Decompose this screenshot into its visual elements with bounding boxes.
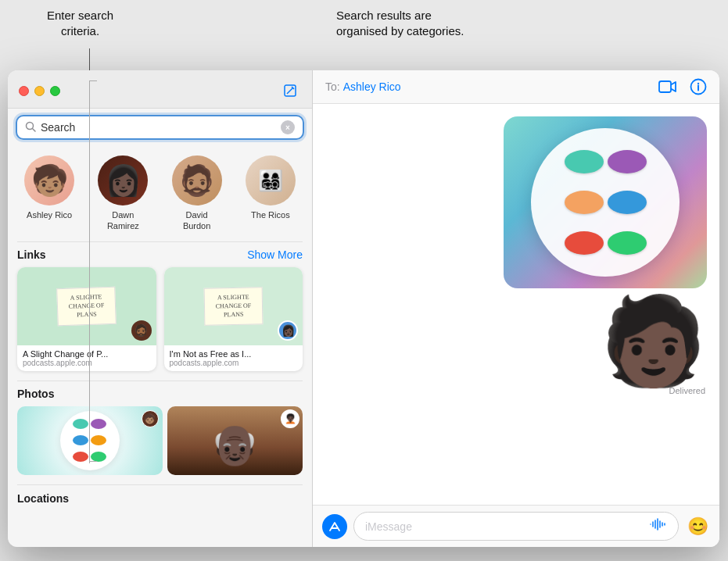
link-2-title: I'm Not as Free as I... (170, 349, 298, 359)
title-bar (8, 70, 312, 109)
app-window: × 🧒🏽 Ashley Rico 👩🏿 DawnRamirez 🧔🏽 (8, 70, 719, 547)
maximize-button[interactable] (50, 86, 60, 96)
link-card-1-info: A Slight Change of P... podcasts.apple.c… (17, 345, 156, 371)
link-card-2-info: I'm Not as Free as I... podcasts.apple.c… (164, 345, 303, 371)
links-show-more-button[interactable]: Show More (247, 248, 303, 261)
close-button[interactable] (19, 86, 29, 96)
photo-person-badge: 🧑🏿‍🦱 (281, 409, 299, 428)
delivered-label: Delivered (669, 386, 705, 395)
emoji-button[interactable]: 😊 (685, 514, 710, 539)
compose-button[interactable] (279, 80, 301, 102)
svg-line-4 (33, 128, 36, 131)
message-macarons-image (504, 116, 707, 288)
link-card-1[interactable]: A SLIGHTECHANGE OFPLANS 🧔🏾 A Slight Chan… (17, 267, 156, 371)
chat-recipient-area: To: Ashley Rico (325, 80, 401, 93)
search-clear-button[interactable]: × (281, 120, 295, 134)
search-icon (25, 121, 36, 134)
photos-grid: 🧒🏽 👴🏿 🧑🏿‍🦱 (17, 406, 303, 475)
svg-point-8 (698, 83, 699, 84)
search-bar: × (16, 115, 304, 140)
right-panel: To: Ashley Rico (313, 70, 719, 547)
app-store-button[interactable] (322, 514, 347, 539)
contact-name-ashley: Ashley Rico (27, 209, 72, 220)
contact-name-ricos: The Ricos (251, 209, 290, 220)
video-call-button[interactable] (658, 80, 677, 94)
links-title: Links (17, 248, 46, 261)
link-1-title: A Slight Change of P... (23, 349, 151, 359)
contact-name-david: DavidBurdon (183, 209, 210, 232)
contacts-row: 🧒🏽 Ashley Rico 👩🏿 DawnRamirez 🧔🏽 DavidBu… (8, 146, 312, 238)
left-bracket-bottom (89, 461, 97, 462)
imessage-placeholder: iMessage (365, 520, 412, 533)
contact-name-dawn: DawnRamirez (107, 209, 139, 232)
photo-person[interactable]: 👴🏿 🧑🏿‍🦱 (167, 406, 303, 475)
minimize-button[interactable] (34, 86, 45, 96)
link-1-domain: podcasts.apple.com (23, 359, 151, 367)
search-input[interactable] (41, 121, 276, 134)
left-panel: × 🧒🏽 Ashley Rico 👩🏿 DawnRamirez 🧔🏽 (8, 70, 313, 547)
links-grid: A SLIGHTECHANGE OFPLANS 🧔🏾 A Slight Chan… (17, 267, 303, 371)
left-bracket-top (89, 80, 97, 81)
divider-3 (17, 484, 303, 485)
divider-1 (17, 241, 303, 242)
left-bracket-line (89, 80, 90, 463)
contact-ricos[interactable]: 👨‍👩‍👧‍👦 The Ricos (239, 155, 302, 232)
chat-to-label: To: (325, 80, 340, 93)
annotation-search-results: Search results are organised by categori… (336, 8, 464, 40)
traffic-lights (19, 86, 60, 96)
panel-divider (313, 70, 314, 539)
photos-section-header: Photos (17, 388, 303, 400)
locations-section: Locations (8, 488, 312, 509)
links-section: Links Show More A SLIGHTECHANGE OFPLANS … (8, 245, 312, 377)
chat-recipient-name[interactable]: Ashley Rico (343, 80, 401, 93)
chat-input-bar: iMessage 😊 (313, 505, 719, 547)
divider-2 (17, 381, 303, 381)
audio-wave-icon[interactable] (650, 518, 667, 534)
contact-dawn[interactable]: 👩🏿 DawnRamirez (91, 155, 154, 232)
message-input-container[interactable]: iMessage (353, 512, 679, 541)
photos-section: Photos 🧒🏽 (8, 384, 312, 481)
search-bar-container: × (8, 109, 312, 146)
svg-line-1 (287, 88, 293, 94)
avatar-ricos: 👨‍👩‍👧‍👦 (246, 155, 296, 205)
photos-title: Photos (17, 388, 54, 400)
message-memoji: 🧑🏿 Delivered (600, 298, 707, 395)
link-card-2[interactable]: A SLIGHTECHANGE OFPLANS 👩🏿 I'm Not as Fr… (164, 267, 303, 371)
avatar-dawn: 👩🏿 (98, 155, 148, 205)
contact-ashley[interactable]: 🧒🏽 Ashley Rico (18, 155, 81, 232)
annotation-enter-search: Enter search criteria. (47, 8, 113, 40)
chat-header-actions (658, 78, 707, 95)
chat-body: 🧑🏿 Delivered (313, 104, 719, 505)
svg-rect-5 (659, 81, 671, 92)
contact-david[interactable]: 🧔🏽 DavidBurdon (166, 155, 228, 232)
link-2-domain: podcasts.apple.com (170, 359, 298, 367)
info-button[interactable] (690, 78, 707, 95)
links-section-header: Links Show More (17, 248, 303, 261)
avatar-ashley: 🧒🏽 (24, 155, 74, 205)
avatar-david: 🧔🏽 (172, 155, 222, 205)
chat-header: To: Ashley Rico (313, 70, 719, 104)
locations-title: Locations (17, 492, 69, 505)
